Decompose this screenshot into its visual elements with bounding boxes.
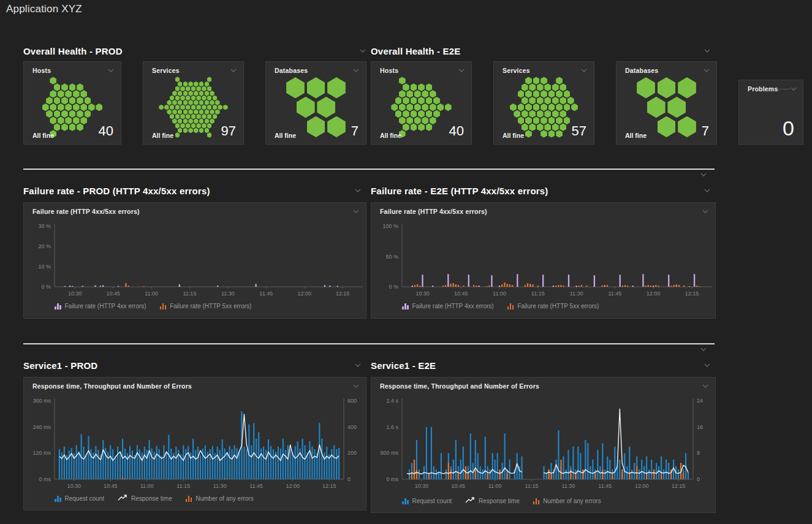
svg-text:8: 8 <box>697 450 700 456</box>
svg-text:240 ms: 240 ms <box>32 424 51 430</box>
svg-text:50 %: 50 % <box>385 254 398 260</box>
svg-text:11:45: 11:45 <box>598 483 612 489</box>
svg-text:400: 400 <box>347 424 357 430</box>
chart-tile-service1-prod[interactable]: Response time, Throughput and Number of … <box>23 377 366 511</box>
chevron-down-icon[interactable] <box>107 67 115 74</box>
hexagon-healthy <box>65 90 72 97</box>
hexagon-healthy <box>69 110 76 118</box>
chevron-down-icon[interactable] <box>230 67 237 74</box>
health-tile-hosts-e2e[interactable]: Hosts All fine40 <box>371 61 472 145</box>
svg-text:10:45: 10:45 <box>106 290 120 297</box>
hexagon-healthy <box>556 77 563 84</box>
chevron-down-icon[interactable] <box>700 346 707 353</box>
health-tile-services-prod[interactable]: Services All fine97 <box>143 61 244 145</box>
hexagon-healthy <box>191 96 196 101</box>
tile-title: Databases <box>275 67 308 74</box>
hexagon-healthy <box>175 77 180 82</box>
hexagon-healthy <box>77 97 83 104</box>
hexagon-healthy <box>58 104 64 111</box>
hexagon-healthy <box>297 97 315 118</box>
entity-count: 7 <box>351 123 359 139</box>
chevron-down-icon[interactable] <box>704 362 711 369</box>
bar-chart-icon <box>160 303 167 309</box>
hexagon-healthy <box>178 91 183 96</box>
entity-count: 97 <box>221 123 236 139</box>
hexagon-healthy <box>399 104 406 111</box>
chevron-down-icon[interactable] <box>580 67 588 74</box>
hexagon-healthy <box>170 105 175 110</box>
failure-rate-chart: 0 %10 %20 %30 %10:3010:4511:0011:1511:30… <box>24 203 366 318</box>
health-tile-databases-prod[interactable]: Databases All fine7 <box>265 61 366 145</box>
svg-text:11:30: 11:30 <box>221 290 235 297</box>
hexagon-healthy <box>286 77 305 98</box>
tile-title: Hosts <box>380 67 398 74</box>
hexagon-healthy <box>422 90 428 97</box>
hexagon-healthy <box>196 86 201 91</box>
hexagon-healthy <box>46 110 53 118</box>
bar-chart-icon <box>507 303 514 309</box>
hexagon-healthy <box>541 90 547 97</box>
hexagon-healthy <box>678 77 696 98</box>
section-title: Overall Health - E2E <box>371 46 461 56</box>
chevron-down-icon[interactable] <box>703 67 710 74</box>
hexagon-healthy <box>170 114 175 120</box>
svg-text:12:15: 12:15 <box>322 483 336 489</box>
hexagon-healthy <box>196 96 201 101</box>
chevron-down-icon[interactable] <box>458 67 465 74</box>
hexagon-healthy <box>223 105 228 110</box>
hexagon-healthy <box>533 90 540 97</box>
chevron-down-icon[interactable] <box>704 47 711 55</box>
trend-dash <box>778 89 790 89</box>
tile-title: Services <box>152 67 180 74</box>
chevron-down-icon[interactable] <box>359 47 366 55</box>
hexagon-healthy <box>418 110 425 118</box>
hexagon-healthy <box>61 110 68 118</box>
hexagon-healthy <box>194 91 199 96</box>
hexagon-healthy <box>207 96 212 101</box>
hexagon-healthy <box>548 104 555 111</box>
hexagon-healthy <box>514 110 520 118</box>
health-tile-databases-e2e[interactable]: Databases All fine7 <box>616 61 717 145</box>
svg-text:10:30: 10:30 <box>68 290 82 297</box>
hexagon-healthy <box>307 77 325 98</box>
hexagon-healthy <box>411 97 417 104</box>
hexagon-healthy <box>433 110 440 118</box>
hexagon-healthy <box>172 100 177 105</box>
hexagon-healthy <box>637 77 655 98</box>
hexagon-healthy <box>175 105 180 110</box>
chevron-down-icon[interactable] <box>790 85 797 93</box>
chart-tile-service1-e2e[interactable]: Response time, Throughput and Number of … <box>371 377 716 513</box>
hexagon-healthy <box>186 105 191 110</box>
hexagon-healthy <box>518 90 525 97</box>
failure-rate-chart: 0 %50 %100 %10:3010:4511:0011:1511:3011:… <box>371 203 715 318</box>
hexagon-healthy <box>556 104 563 111</box>
chevron-down-icon[interactable] <box>354 187 362 194</box>
hexagon-healthy <box>525 90 532 97</box>
chart-tile-failure-e2e[interactable]: Failure rate (HTTP 4xx/5xx errors) 0 %50… <box>371 202 716 319</box>
hexagon-healthy <box>199 82 204 87</box>
svg-text:0 ms: 0 ms <box>39 476 51 482</box>
chevron-down-icon[interactable] <box>354 362 362 369</box>
health-status: All fine <box>152 132 173 139</box>
hexagon-healthy <box>426 97 433 104</box>
health-tile-services-e2e[interactable]: Services All fine57 <box>493 61 594 145</box>
hexagon-healthy <box>205 91 210 96</box>
hexagon-healthy <box>215 100 220 105</box>
hexagon-healthy <box>205 109 210 115</box>
svg-text:200: 200 <box>347 450 357 456</box>
hexagon-healthy <box>430 90 436 97</box>
legend-item-response-time: Response time <box>118 495 172 503</box>
hexagon-healthy <box>525 77 532 84</box>
section-header-service1-e2e: Service1 - E2E <box>371 359 711 371</box>
chart-tile-failure-prod[interactable]: Failure rate (HTTP 4xx/5xx errors) 0 %10… <box>23 202 366 319</box>
svg-text:11:00: 11:00 <box>145 290 158 297</box>
chevron-down-icon[interactable] <box>704 187 711 194</box>
chevron-down-icon[interactable] <box>700 171 707 178</box>
svg-text:11:45: 11:45 <box>608 290 621 297</box>
problems-tile[interactable]: Problems 0 <box>738 80 803 145</box>
svg-text:11:15: 11:15 <box>525 483 539 489</box>
chevron-down-icon[interactable] <box>352 67 360 74</box>
hexagon-healthy <box>46 97 53 104</box>
health-tile-hosts-prod[interactable]: Hosts All fine40 <box>23 61 121 145</box>
hexagon-healthy <box>406 90 413 97</box>
